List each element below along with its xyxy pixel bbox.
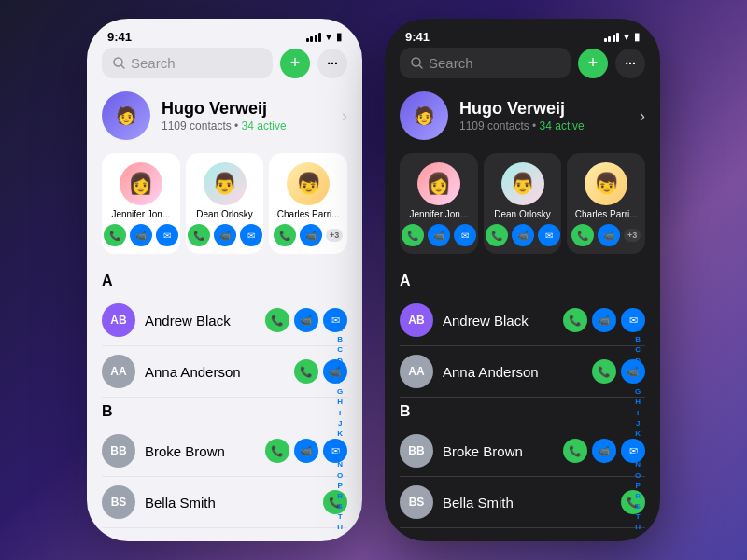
search-icon-light — [113, 57, 125, 69]
recent-jennifer-dark[interactable]: 👩 Jennifer Jon... 📞 📹 ✉ — [400, 153, 478, 254]
actions-andrew-dark: 📞 📹 ✉ — [563, 308, 645, 332]
name-bella-dark: Bella Smith — [443, 495, 612, 511]
row-bella-dark[interactable]: BS Bella Smith 📞 — [400, 477, 645, 528]
phone-andrew-dark[interactable]: 📞 — [563, 308, 587, 332]
name-broke-dark: Broke Brown — [443, 443, 554, 459]
phone-andrew-light[interactable]: 📞 — [265, 308, 289, 332]
phone-broke-light[interactable]: 📞 — [265, 439, 289, 463]
row-ben-light[interactable]: BW Ben Williams ✉ — [102, 528, 347, 529]
profile-info-light: Hugo Verweij 1109 contacts • 34 active — [162, 99, 331, 133]
row-bella-light[interactable]: BS Bella Smith 📞 — [102, 477, 347, 528]
name-charles-dark: Charles Parri... — [572, 209, 640, 219]
search-input-dark[interactable]: Search — [400, 48, 571, 78]
active-count-dark: 34 active — [540, 119, 585, 133]
actions-jennifer-light: 📞 📹 ✉ — [104, 224, 178, 246]
name-charles-light: Charles Parri... — [275, 209, 342, 219]
msg-andrew-dark[interactable]: ✉ — [621, 308, 645, 332]
battery-icon-dark: ▮ — [634, 31, 640, 43]
avatar-anna-dark: AA — [400, 355, 433, 388]
row-anna-light[interactable]: AA Anna Anderson 📞 📹 — [102, 346, 347, 398]
msg-broke-light[interactable]: ✉ — [323, 439, 347, 463]
row-broke-light[interactable]: BB Broke Brown 📞 📹 ✉ — [102, 426, 347, 477]
profile-header-dark[interactable]: 🧑 Hugo Verweij 1109 contacts • 34 active… — [400, 91, 645, 140]
status-bar-light: 9:41 ▾ ▮ — [87, 19, 362, 48]
badge-charles-dark: +3 — [624, 229, 641, 242]
recent-dean-light[interactable]: 👨 Dean Orlosky 📞 📹 ✉ — [186, 153, 264, 254]
search-placeholder-light: Search — [131, 55, 176, 71]
msg-icon-dean-light[interactable]: ✉ — [240, 224, 262, 246]
row-andrew-light[interactable]: AB Andrew Black 📞 📹 ✉ — [102, 295, 347, 346]
msg-andrew-light[interactable]: ✉ — [323, 308, 347, 332]
battery-icon-light: ▮ — [336, 31, 342, 43]
phone-icon-charles-light[interactable]: 📞 — [274, 224, 296, 246]
profile-avatar-dark: 🧑 — [400, 91, 448, 140]
section-b-light: B — [102, 398, 347, 424]
phone-dark: 9:41 ▾ ▮ Search + ··· — [385, 19, 660, 541]
name-andrew-dark: Andrew Black — [443, 313, 554, 329]
msg-broke-dark[interactable]: ✉ — [621, 439, 645, 463]
more-button-dark[interactable]: ··· — [615, 49, 645, 78]
profile-header-light[interactable]: 🧑 Hugo Verweij 1109 contacts • 34 active… — [102, 91, 347, 140]
row-andrew-dark[interactable]: AB Andrew Black 📞 📹 ✉ — [400, 295, 645, 346]
row-anna-dark[interactable]: AA Anna Anderson 📞 📹 — [400, 346, 645, 398]
recent-charles-dark[interactable]: 👦 Charles Parri... 📞 📹 +3 — [567, 153, 645, 254]
badge-charles-light: +3 — [326, 229, 343, 242]
video-broke-dark[interactable]: 📹 — [592, 439, 616, 463]
phone-bella-light[interactable]: 📞 — [323, 490, 347, 514]
phone-icon-jennifer-dark[interactable]: 📞 — [402, 224, 424, 246]
video-icon-dean-dark[interactable]: 📹 — [512, 224, 534, 246]
row-ben-dark[interactable]: BW Ben Williams ✉ — [400, 528, 645, 529]
alphabet-index-light[interactable]: A B C D E F G H I J K L M N O P R S T U — [336, 324, 344, 529]
video-anna-dark[interactable]: 📹 — [621, 359, 645, 384]
video-icon-dean-light[interactable]: 📹 — [214, 224, 236, 246]
msg-icon-dean-dark[interactable]: ✉ — [538, 224, 560, 246]
svg-line-1 — [121, 65, 124, 68]
phone-anna-light[interactable]: 📞 — [294, 359, 318, 384]
row-broke-dark[interactable]: BB Broke Brown 📞 📹 ✉ — [400, 426, 645, 477]
avatar-charles-light: 👦 — [287, 162, 330, 205]
phone-icon-jennifer-light[interactable]: 📞 — [104, 224, 126, 246]
phone-anna-dark[interactable]: 📞 — [592, 359, 616, 384]
name-andrew-light: Andrew Black — [145, 313, 256, 329]
alphabet-index-dark[interactable]: A B C D E F G H I J K L M N O P R S T U — [634, 324, 641, 529]
add-button-light[interactable]: + — [280, 49, 310, 78]
msg-icon-jennifer-light[interactable]: ✉ — [156, 224, 178, 246]
video-icon-charles-dark[interactable]: 📹 — [598, 224, 620, 246]
video-icon-charles-light[interactable]: 📹 — [300, 224, 322, 246]
search-input-light[interactable]: Search — [102, 48, 273, 78]
name-dean-light: Dean Orlosky — [191, 209, 259, 219]
phone-bella-dark[interactable]: 📞 — [621, 490, 645, 514]
video-broke-light[interactable]: 📹 — [294, 439, 318, 463]
name-jennifer-dark: Jennifer Jon... — [405, 209, 472, 219]
phone-icon-dean-dark[interactable]: 📞 — [486, 224, 508, 246]
section-b-dark: B — [400, 398, 645, 424]
more-button-light[interactable]: ··· — [317, 49, 347, 78]
video-andrew-light[interactable]: 📹 — [294, 308, 318, 332]
status-icons-light: ▾ ▮ — [306, 31, 343, 43]
recent-jennifer-light[interactable]: 👩 Jennifer Jon... 📞 📹 ✉ — [102, 153, 180, 254]
list-a-light: AB Andrew Black 📞 📹 ✉ AA Anna Anderson 📞… — [102, 295, 347, 398]
profile-name-light: Hugo Verweij — [162, 99, 331, 119]
phone-broke-dark[interactable]: 📞 — [563, 439, 587, 463]
phone-icon-charles-dark[interactable]: 📞 — [571, 224, 594, 246]
avatar-andrew-light: AB — [102, 303, 135, 337]
video-andrew-dark[interactable]: 📹 — [592, 308, 616, 332]
actions-bella-dark: 📞 — [621, 490, 645, 514]
msg-icon-jennifer-dark[interactable]: ✉ — [454, 224, 476, 246]
contact-list-wrap-light: A AB Andrew Black 📞 📹 ✉ AA Anna Anderson… — [102, 267, 347, 529]
video-icon-jennifer-light[interactable]: 📹 — [130, 224, 152, 246]
avatar-charles-dark: 👦 — [585, 162, 627, 205]
avatar-bella-light: BS — [102, 485, 135, 519]
status-icons-dark: ▾ ▮ — [604, 31, 641, 43]
video-anna-light[interactable]: 📹 — [323, 359, 347, 384]
phone-icon-dean-light[interactable]: 📞 — [188, 224, 210, 246]
list-b-light: BB Broke Brown 📞 📹 ✉ BS Bella Smith 📞 — [102, 426, 347, 529]
video-icon-jennifer-dark[interactable]: 📹 — [428, 224, 450, 246]
search-bar-light: Search + ··· — [102, 48, 347, 78]
recent-dean-dark[interactable]: 👨 Dean Orlosky 📞 📹 ✉ — [484, 153, 562, 254]
add-button-dark[interactable]: + — [578, 49, 608, 78]
profile-info-dark: Hugo Verweij 1109 contacts • 34 active — [459, 99, 628, 133]
recent-charles-light[interactable]: 👦 Charles Parri... 📞 📹 +3 — [269, 153, 347, 254]
name-bella-light: Bella Smith — [145, 495, 314, 511]
signal-icon-light — [306, 33, 322, 42]
